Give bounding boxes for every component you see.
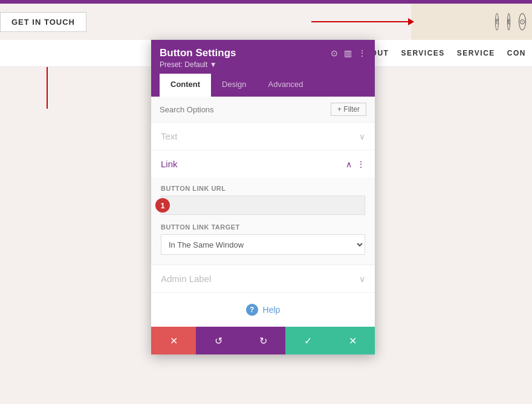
admin-section-label: Admin Label: [161, 274, 211, 284]
modal-header-icons: ⊙ ▥ ⋮: [331, 48, 366, 58]
modal-tabs: Content Design Advanced: [151, 74, 375, 97]
tab-advanced[interactable]: Advanced: [258, 74, 314, 97]
header: GET IN TOUCH f t ⊙: [0, 4, 532, 40]
tab-design[interactable]: Design: [211, 74, 257, 97]
modal-preset[interactable]: Preset: Default ▼: [160, 60, 366, 69]
nav-item-service[interactable]: SERVICE: [457, 49, 495, 57]
link-section-icons: ∧ ⋮: [346, 159, 365, 169]
url-input[interactable]: [161, 201, 365, 210]
modal-title: Button Settings: [160, 47, 236, 59]
admin-section-header[interactable]: Admin Label ∨: [151, 265, 375, 293]
target-select[interactable]: In The Same Window In A New Tab: [161, 234, 365, 255]
modal-footer: ✕ ↺ ↻ ✓ ✕: [151, 327, 375, 354]
reset-button[interactable]: ↺: [196, 327, 241, 354]
admin-chevron-icon: ∨: [359, 274, 365, 284]
facebook-icon[interactable]: f: [495, 13, 498, 30]
help-row[interactable]: ? Help: [151, 293, 375, 327]
get-in-touch-button[interactable]: GET IN TOUCH: [0, 12, 86, 32]
twitter-icon[interactable]: t: [507, 13, 510, 30]
tab-content[interactable]: Content: [160, 74, 211, 97]
text-section-header[interactable]: Text ∨: [151, 123, 375, 150]
filter-button[interactable]: + Filter: [331, 103, 366, 116]
horizontal-arrow: [311, 18, 414, 25]
help-label: Help: [263, 305, 281, 315]
columns-icon[interactable]: ▥: [344, 48, 352, 58]
text-chevron-icon: ∨: [359, 132, 365, 141]
modal-header: Button Settings ⊙ ▥ ⋮ Preset: Default ▼: [151, 40, 375, 74]
url-badge: 1: [155, 198, 170, 213]
search-input[interactable]: [160, 105, 326, 114]
header-right: f t ⊙: [411, 4, 532, 40]
link-section-content: Button Link URL 1 Button Link Target In …: [151, 178, 375, 265]
instagram-icon[interactable]: ⊙: [519, 13, 526, 30]
modal-header-top: Button Settings ⊙ ▥ ⋮: [160, 47, 366, 59]
link-more-icon[interactable]: ⋮: [357, 159, 365, 169]
extra-button[interactable]: ✕: [330, 327, 375, 354]
more-icon[interactable]: ⋮: [358, 48, 366, 58]
link-section-header[interactable]: Link ∧ ⋮: [151, 150, 375, 178]
modal-body: Text ∨ Link ∧ ⋮ Button Link URL 1 Button…: [151, 123, 375, 327]
target-field-label: Button Link Target: [161, 223, 365, 231]
nav-item-con[interactable]: CON: [507, 49, 526, 57]
arrow-head: [408, 18, 414, 25]
target-icon[interactable]: ⊙: [331, 48, 338, 58]
nav-item-services[interactable]: SERVICES: [401, 49, 444, 57]
url-field-container: 1: [161, 196, 365, 215]
text-section-label: Text: [161, 131, 178, 141]
link-section-label: Link: [161, 159, 178, 169]
confirm-button[interactable]: ✓: [285, 327, 330, 354]
url-field-label: Button Link URL: [161, 185, 365, 192]
arrow-line: [311, 21, 408, 22]
help-icon: ?: [246, 304, 258, 316]
redo-button[interactable]: ↻: [241, 327, 285, 354]
link-chevron-icon[interactable]: ∧: [346, 159, 352, 169]
button-settings-modal: Button Settings ⊙ ▥ ⋮ Preset: Default ▼ …: [151, 40, 375, 354]
modal-search-row: + Filter: [151, 97, 375, 123]
cancel-button[interactable]: ✕: [151, 327, 196, 354]
